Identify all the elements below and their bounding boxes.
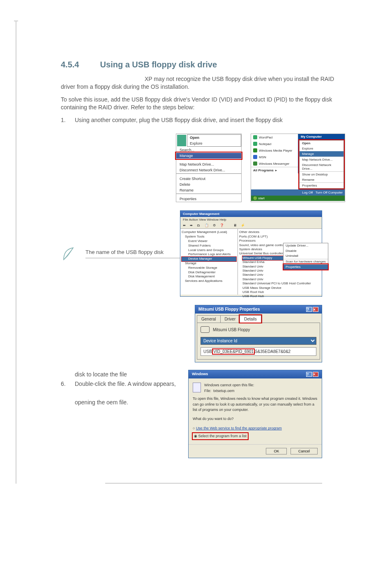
dlg-close-button[interactable]: × — [313, 372, 318, 377]
sm-wordpad[interactable]: WordPad — [251, 134, 298, 141]
dev-root1[interactable]: USB Root Hub — [242, 290, 321, 294]
wmp-icon — [253, 148, 257, 152]
note-block: The name of the USB floppy disk — [62, 245, 180, 262]
sm-my-computer[interactable]: My Computer — [298, 134, 345, 139]
cm-title: Computer Management — [180, 211, 322, 217]
cm-removable[interactable]: Removable Storage — [182, 266, 236, 270]
sm-msn[interactable]: MSN — [251, 154, 298, 160]
menu-delete[interactable]: Delete — [176, 182, 241, 187]
cm-perf[interactable]: Performance Logs and Alerts — [182, 252, 236, 257]
start-menu: WordPad Notepad Windows Media Player MSN… — [251, 134, 345, 202]
menu-properties[interactable]: Properties — [176, 196, 241, 202]
dlg-cannot-open: Windows cannot open this file: — [204, 383, 254, 388]
context-menu-mycomputer: Open Explore Search... Manage Map Networ… — [176, 134, 242, 202]
cm-root[interactable]: Computer Management (Local) — [182, 230, 236, 235]
cm-shared[interactable]: Shared Folders — [182, 244, 236, 248]
sm-messenger[interactable]: Windows Messenger — [251, 160, 298, 167]
sm-disconnect[interactable]: Disconnect Network Drive... — [300, 162, 344, 171]
menu-shortcut[interactable]: Create Shortcut — [176, 176, 241, 182]
vid-pid-highlight: VID_03EE&PID_6901 — [213, 349, 254, 354]
dev-std4[interactable]: Standard Univ — [242, 273, 321, 277]
sm-showdesk[interactable]: Show on Desktop — [300, 171, 344, 177]
feather-icon — [62, 245, 78, 262]
sm-bottom: Log Off Turn Off Computer — [251, 189, 345, 196]
cm-event[interactable]: Event Viewer — [182, 239, 236, 244]
dlg-message: To open this file, Windows needs to know… — [193, 396, 318, 413]
open-with-dialog: Windows ?× Windows cannot open this file… — [188, 370, 322, 458]
properties-dialog: Mitsumi USB Floppy Properties ?× General… — [195, 305, 322, 362]
cm-devmgr[interactable]: Device Manager — [182, 257, 236, 261]
dev-std5[interactable]: Standard Univ — [242, 277, 321, 281]
margin-tick — [14, 21, 18, 21]
tab-driver[interactable]: Driver — [220, 315, 240, 323]
floppy-icon — [201, 326, 210, 333]
section-title: Using a USB floppy disk drive — [100, 60, 217, 69]
dev-other[interactable]: Other devices — [239, 230, 321, 234]
menu-manage[interactable]: Manage — [176, 153, 241, 159]
svg-line-0 — [64, 251, 71, 260]
dlg-opt-list[interactable]: ◉ Select the program from a list — [193, 432, 318, 441]
menu-open[interactable]: Open — [187, 135, 241, 141]
cm-defrag[interactable]: Disk Defragmenter — [182, 270, 236, 275]
figure-row-4: disk to locate the file 6. Double-click … — [61, 370, 347, 458]
ctx-update[interactable]: Update Driver... — [284, 243, 328, 248]
cm-menubar[interactable]: File Action View Window Help — [180, 217, 322, 222]
ctx-scan[interactable]: Scan for hardware changes — [284, 259, 328, 264]
figure-row-1: Open Explore Search... Manage Map Networ… — [176, 134, 347, 202]
sm-turnoff[interactable]: Turn Off Computer — [316, 191, 343, 194]
sm-explore[interactable]: Explore — [300, 146, 344, 151]
cm-devices[interactable]: Other devices Ports (COM & LPT) Processo… — [238, 229, 322, 295]
ctx-disable[interactable]: Disable — [284, 249, 328, 254]
content-area: 4.5.4 Using a USB floppy disk drive Due … — [16, 21, 371, 484]
ctx-uninstall[interactable]: Uninstall — [284, 254, 328, 258]
sm-open[interactable]: Open — [300, 141, 344, 146]
menu-rename[interactable]: Rename — [176, 187, 241, 193]
dev-stdfull[interactable]: Standard Universal PCI to USB Host Contr… — [242, 281, 321, 286]
cm-diskmgmt[interactable]: Disk Management — [182, 274, 236, 279]
notepad-icon — [253, 142, 257, 146]
cm-toolbar[interactable]: ⬅ ➡ 🗀 📋 ⚙ ❓ 🖥 ⚡ — [180, 222, 322, 229]
cm-services[interactable]: Services and Applications — [182, 279, 236, 284]
figure-row-2: The name of the USB floppy disk Computer… — [61, 210, 347, 297]
step-1: 1. Using another computer, plug the USB … — [61, 116, 347, 124]
menu-map-drive[interactable]: Map Network Drive... — [176, 161, 241, 167]
sm-all-programs[interactable]: All Programs ▸ — [251, 167, 298, 173]
cm-storage[interactable]: Storage — [182, 261, 236, 266]
dev-ports[interactable]: Ports (COM & LPT) — [239, 235, 321, 239]
props-tabs: General Driver Details — [195, 314, 322, 323]
device-instance-id: USB\VID_03EE&PID_6901\5&35EDA8E7&0&2 — [201, 347, 316, 356]
sm-wmp[interactable]: Windows Media Player — [251, 147, 298, 154]
props-dropdown[interactable]: Device Instance Id — [201, 337, 316, 345]
messenger-icon — [253, 161, 257, 166]
sm-manage[interactable]: Manage — [300, 151, 344, 157]
dev-mass[interactable]: USB Mass Storage Device — [242, 286, 321, 290]
step-text-block: disk to locate the file 6. Double-click … — [61, 370, 181, 458]
menu-search[interactable]: Search... — [176, 147, 241, 153]
sm-mapnet[interactable]: Map Network Drive... — [300, 157, 344, 162]
device-context-menu: Update Driver... Disable Uninstall Scan … — [283, 243, 328, 270]
dlg-help-button[interactable]: ? — [306, 372, 312, 377]
sm-properties[interactable]: Properties — [300, 182, 344, 188]
sm-logoff[interactable]: Log Off — [302, 191, 313, 194]
ctx-properties[interactable]: Properties — [284, 264, 328, 270]
section-heading: 4.5.4 Using a USB floppy disk drive — [61, 60, 347, 69]
menu-disconnect[interactable]: Disconnect Network Drive... — [176, 167, 241, 173]
sm-rename[interactable]: Rename — [300, 177, 344, 182]
help-button[interactable]: ? — [306, 307, 312, 312]
sm-notepad[interactable]: Notepad — [251, 141, 298, 147]
tab-details[interactable]: Details — [240, 315, 261, 323]
dev-root2[interactable]: USB Root Hub — [242, 294, 321, 298]
close-button[interactable]: × — [313, 307, 318, 312]
ok-button[interactable]: OK — [266, 448, 287, 454]
cm-users[interactable]: Local Users and Groups — [182, 248, 236, 253]
dlg-opt-web[interactable]: ○ Use the Web service to find the approp… — [193, 425, 318, 432]
menu-explore[interactable]: Explore — [187, 141, 241, 146]
cm-tree[interactable]: Computer Management (Local) System Tools… — [180, 229, 238, 295]
cm-systools[interactable]: System Tools — [182, 235, 236, 239]
taskbar-start[interactable]: 🟢 start — [251, 196, 345, 201]
dlg-question: What do you want to do? — [193, 416, 318, 422]
dev-processors[interactable]: Processors — [239, 239, 321, 243]
tab-general[interactable]: General — [197, 315, 221, 323]
cancel-button[interactable]: Cancel — [291, 448, 318, 454]
step5-tail: disk to locate the file — [61, 370, 181, 379]
